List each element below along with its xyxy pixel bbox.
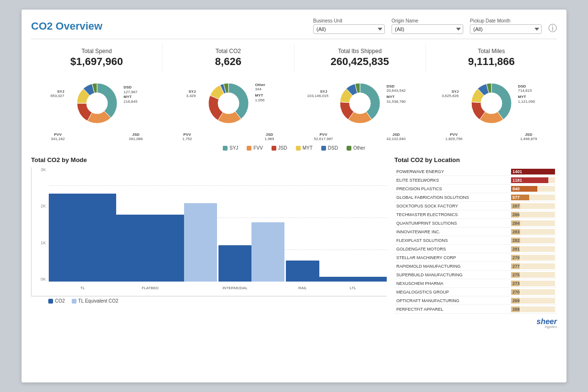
donut-lbs: SYJ103,146,015DSD20,643,542MYT31,538,780… (294, 75, 425, 142)
filter-business-unit: Business Unit (All) (313, 18, 385, 34)
location-title: Total CO2 by Location (394, 156, 557, 163)
filter-origin-label: Origin Name (392, 18, 463, 23)
location-name: MEGALOGISTICS GROUP (394, 288, 509, 296)
table-row: OPTICRAFT MANUFACTURING269 (394, 296, 557, 305)
filter-origin-select[interactable]: (All) (392, 24, 463, 34)
table-row: GOLDENGATE MOTORS281 (394, 245, 557, 253)
bar-light-rail (251, 222, 284, 282)
kpi-row: Total Spend $1,697,960 Total CO2 8,626 T… (31, 44, 557, 72)
logo-tagline: logistics (31, 325, 557, 328)
bar-group-intermodal: INTERMODAL (184, 203, 251, 282)
legend-item-dsd: DSD (321, 145, 338, 151)
legend-row: SYJFVVJSDMYTDSDOther (31, 145, 557, 151)
filter-pickup-month: Pickup Date Month (All) (470, 18, 542, 34)
location-name: FLEXIPLAST SOLUTIONS (394, 236, 509, 245)
filter-month-select[interactable]: (All) (470, 24, 542, 34)
bar-xlabel-ltl: LTL (350, 286, 356, 290)
location-bar-cell: 269 (509, 296, 557, 305)
legend-item-syj: SYJ (223, 145, 238, 151)
y-label-1k: 1K (32, 240, 46, 245)
donut-label-bottom-right: JSD1,989 (264, 132, 274, 142)
location-bar-cell: 1181 (509, 176, 557, 185)
location-table: POWERWAVE ENERGY1401ELITE STEELWORKS1181… (394, 167, 557, 314)
donut-spend: SYJ653,027DSD127,987MYT216,845PVV341,182… (31, 75, 163, 142)
table-row: POWERWAVE ENERGY1401 (394, 167, 557, 176)
donut-label-bottom-right: JSD42,102,640 (386, 132, 405, 142)
bar-chart-title: Total CO2 by Mode (31, 156, 387, 163)
table-row: TECHMASTER ELECTRONICS266 (394, 210, 557, 219)
kpi-total-lbs: Total lbs Shipped 260,425,835 (294, 44, 426, 72)
bar-dark-flatbed: FLATBED (116, 215, 184, 282)
bar-legend-co2: CO2 (48, 298, 65, 304)
location-bar-cell: 283 (509, 228, 557, 236)
donut-label-bottom-right: JSD281,088 (129, 132, 143, 142)
donut-label-bottom-left: PVV1,752 (183, 132, 192, 142)
table-row: FLEXIPLAST SOLUTIONS282 (394, 236, 557, 245)
logo-text: sheer (536, 317, 557, 326)
legend-item-fvv: FVV (247, 145, 262, 151)
kpi-lbs-label: Total lbs Shipped (296, 48, 424, 54)
filter-bu-select[interactable]: (All) (313, 24, 385, 34)
kpi-co2-label: Total CO2 (164, 48, 292, 54)
kpi-total-co2: Total CO2 8,626 (163, 44, 294, 72)
location-bar-cell: 284 (509, 219, 557, 228)
bar-group-ltl: LTL (319, 277, 387, 282)
y-label-2k: 2K (32, 204, 46, 208)
sheer-logo: sheer logistics (31, 317, 557, 328)
y-axis-labels: 3K 2K 1K 0K (32, 167, 48, 282)
kpi-total-miles: Total Miles 9,111,866 (426, 44, 557, 72)
table-row: STELLAR MACHINERY CORP279 (394, 253, 557, 262)
location-bar-cell: 268 (509, 305, 557, 314)
bar-chart-section: Total CO2 by Mode 3K 2K 1K 0K TLFLATBEDI… (31, 156, 387, 314)
table-row: INNOVATEWARE INC.283 (394, 228, 557, 236)
bar-light-intermodal (184, 203, 217, 282)
filters-bar: Business Unit (All) Origin Name (All) Pi… (313, 18, 557, 34)
kpi-miles-label: Total Miles (428, 48, 555, 54)
table-row: SUPERBUILD MANUFACTURING275 (394, 271, 557, 279)
bar-chart-legend: CO2TL Equivalent CO2 (31, 298, 387, 304)
bar-legend-tl-equivalent-co2: TL Equivalent CO2 (72, 298, 119, 304)
donut-miles: SYJ3,625,626DSD714,815MYT1,121,090PVV1,8… (425, 75, 557, 142)
location-name: RAPIDMOLD MANUFACTURING (394, 262, 509, 271)
filter-bu-label: Business Unit (313, 18, 385, 23)
donut-label-bottom-left: PVV341,182 (51, 132, 65, 142)
location-bar-cell: 287 (509, 202, 557, 210)
donut-label-bottom-left: PVV52,617,987 (314, 132, 333, 142)
location-name: TECHMASTER ELECTRONICS (394, 210, 509, 219)
table-row: SOCKTOPUS SOCK FACTORY287 (394, 202, 557, 210)
location-bar-cell: 282 (509, 236, 557, 245)
location-name: SUPERBUILD MANUFACTURING (394, 271, 509, 279)
location-bar-cell: 270 (509, 288, 557, 296)
table-row: RAPIDMOLD MANUFACTURING277 (394, 262, 557, 271)
bar-chart: 3K 2K 1K 0K TLFLATBEDINTERMODALRAILLTL (31, 167, 387, 296)
bar-xlabel-rail: RAIL (298, 286, 307, 290)
location-name: OPTICRAFT MANUFACTURING (394, 296, 509, 305)
filter-month-label: Pickup Date Month (470, 18, 542, 23)
bottom-row: Total CO2 by Mode 3K 2K 1K 0K TLFLATBEDI… (31, 156, 557, 314)
location-bar-cell: 266 (509, 210, 557, 219)
donut-label-bottom-right: JSD1,496,879 (520, 132, 537, 142)
header: CO2 Overview Business Unit (All) Origin … (31, 18, 557, 39)
table-row: GLOBAL FABRICATION SOLUTIONS577 (394, 193, 557, 202)
location-name: GOLDENGATE MOTORS (394, 245, 509, 253)
location-name: GLOBAL FABRICATION SOLUTIONS (394, 193, 509, 202)
page-title: CO2 Overview (31, 20, 102, 33)
location-bar-cell: 273 (509, 279, 557, 288)
donut-label-bottom-left: PVV1,829,756 (446, 132, 463, 142)
info-icon[interactable]: ⓘ (548, 22, 557, 34)
dashboard: CO2 Overview Business Unit (All) Origin … (22, 10, 566, 382)
location-name: QUANTUMPRINT SOLUTIONS (394, 219, 509, 228)
kpi-lbs-value: 260,425,835 (296, 55, 424, 68)
bar-group-tl: TL (49, 194, 116, 282)
table-row: PRECISION PLASTICS840 (394, 185, 557, 193)
location-name: PERFECTFIT APPAREL (394, 305, 509, 314)
table-row: QUANTUMPRINT SOLUTIONS284 (394, 219, 557, 228)
kpi-co2-value: 8,626 (164, 55, 292, 68)
bar-dark-tl: TL (49, 194, 116, 282)
bar-dark-ltl: LTL (319, 277, 387, 282)
bar-xlabel-flatbed: FLATBED (142, 286, 158, 290)
kpi-spend-value: $1,697,960 (33, 55, 160, 68)
location-bar-cell: 1401 (509, 167, 557, 176)
filter-origin-name: Origin Name (All) (392, 18, 463, 34)
location-name: INNOVATEWARE INC. (394, 228, 509, 236)
